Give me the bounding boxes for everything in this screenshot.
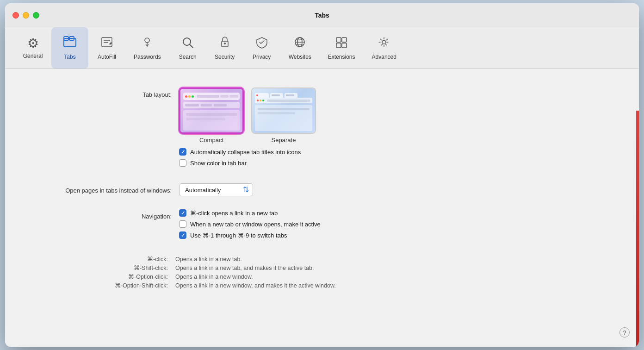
- toolbar-label-autofill: AutoFill: [98, 54, 116, 60]
- toolbar-item-general[interactable]: ⚙ General: [14, 27, 51, 69]
- shortcut-desc-0: Opens a link in a new tab.: [175, 256, 242, 262]
- dropdown-value: Automatically: [185, 187, 221, 194]
- svg-point-23: [382, 40, 386, 44]
- navigation-label: Navigation:: [33, 209, 172, 220]
- compact-tab-items: [183, 102, 240, 108]
- cmd-numbers-label: Use ⌘-1 through ⌘-9 to switch tabs: [190, 232, 287, 239]
- dropdown-arrow-icon: ⇅: [243, 186, 249, 194]
- shortcut-desc-3: Opens a link in a new window, and makes …: [175, 282, 336, 289]
- svg-point-6: [145, 38, 149, 43]
- open-pages-row: Open pages in tabs instead of windows: A…: [33, 183, 611, 196]
- minimize-button[interactable]: [23, 12, 29, 19]
- show-color-label: Show color in tab bar: [190, 160, 247, 167]
- dot-red: [185, 95, 187, 98]
- help-button[interactable]: ?: [619, 327, 630, 338]
- navigation-content: ⌘-click opens a link in a new tab When a…: [179, 209, 611, 243]
- cmd-click-label: ⌘-click opens a link in a new tab: [190, 210, 278, 217]
- autofill-icon: [100, 36, 114, 51]
- svg-rect-22: [342, 43, 347, 48]
- toolbar-item-autofill[interactable]: AutoFill: [88, 27, 125, 69]
- compact-thumb-bg: [180, 89, 242, 132]
- separate-option[interactable]: Separate: [251, 88, 316, 144]
- tabs-icon: [63, 36, 77, 51]
- tab-layout-content: Compact: [179, 88, 611, 170]
- cmd-numbers-checkbox[interactable]: [179, 231, 186, 239]
- toolbar-item-websites[interactable]: Websites: [280, 27, 320, 69]
- toolbar-label-websites: Websites: [289, 54, 311, 60]
- toolbar-item-advanced[interactable]: Advanced: [364, 27, 405, 69]
- svg-point-13: [224, 43, 226, 44]
- compact-label: Compact: [199, 137, 223, 144]
- new-tab-active-label: When a new tab or window opens, make it …: [190, 221, 321, 228]
- close-button[interactable]: [12, 12, 19, 19]
- svg-line-11: [190, 44, 193, 48]
- privacy-icon: [255, 36, 269, 51]
- open-pages-content: Automatically ⇅: [179, 183, 611, 196]
- toolbar-item-extensions[interactable]: Extensions: [320, 27, 364, 69]
- titlebar: Tabs: [5, 3, 639, 27]
- search-icon: [181, 36, 195, 51]
- compact-option[interactable]: Compact: [179, 88, 244, 144]
- new-tab-active-checkbox[interactable]: [179, 220, 186, 228]
- maximize-button[interactable]: [33, 12, 39, 19]
- tab-layout-label: Tab layout:: [33, 88, 172, 98]
- compact-content-area: [183, 110, 240, 131]
- svg-rect-19: [336, 38, 341, 42]
- advanced-icon: [377, 36, 391, 51]
- window-title: Tabs: [315, 12, 329, 19]
- separate-toolbar: [255, 98, 312, 103]
- dot-green: [192, 95, 194, 98]
- new-tab-active-row: When a new tab or window opens, make it …: [179, 220, 611, 228]
- open-pages-label: Open pages in tabs instead of windows:: [33, 183, 172, 194]
- toolbar-item-security[interactable]: Security: [206, 27, 243, 69]
- preferences-content: Tab layout:: [5, 69, 639, 347]
- toolbar-item-passwords[interactable]: Passwords: [125, 27, 169, 69]
- svg-rect-20: [342, 38, 347, 42]
- auto-collapse-row: Automatically collapse tab titles into i…: [179, 148, 611, 156]
- shortcuts-section: ⌘-click: Opens a link in a new tab. ⌘-Sh…: [33, 256, 611, 289]
- auto-collapse-checkbox[interactable]: [179, 148, 186, 156]
- toolbar-label-security: Security: [215, 54, 235, 60]
- shortcut-desc-1: Opens a link in a new tab, and makes it …: [175, 265, 314, 271]
- tab-thumbnails: Compact: [179, 88, 611, 144]
- toolbar-item-tabs[interactable]: Tabs: [51, 27, 88, 69]
- toolbar-label-extensions: Extensions: [328, 54, 355, 60]
- svg-rect-21: [336, 43, 341, 48]
- shortcut-key-3: ⌘-Option-Shift-click:: [33, 282, 172, 289]
- shortcut-key-1: ⌘-Shift-click:: [33, 264, 172, 271]
- show-color-checkbox[interactable]: [179, 159, 186, 167]
- tab-layout-row: Tab layout:: [33, 88, 611, 170]
- navigation-row: Navigation: ⌘-click opens a link in a ne…: [33, 209, 611, 243]
- sidebar-strip: [636, 111, 639, 347]
- toolbar-label-general: General: [23, 53, 43, 59]
- shortcut-key-2: ⌘-Option-click:: [33, 273, 172, 280]
- separate-thumb[interactable]: [251, 88, 316, 134]
- dot-yellow: [188, 95, 191, 98]
- shortcut-row-2: ⌘-Option-click: Opens a link in a new wi…: [33, 273, 611, 280]
- dropdown-wrapper: Automatically ⇅: [179, 183, 611, 196]
- shortcut-key-0: ⌘-click:: [33, 256, 172, 262]
- separate-label: Separate: [272, 137, 296, 144]
- toolbar-item-privacy[interactable]: Privacy: [243, 27, 280, 69]
- toolbar-label-passwords: Passwords: [134, 54, 161, 60]
- toolbar-item-search[interactable]: Search: [169, 27, 206, 69]
- shortcut-desc-2: Opens a link in a new window.: [175, 274, 253, 280]
- cmd-click-checkbox[interactable]: [179, 209, 186, 217]
- show-color-row: Show color in tab bar: [179, 159, 611, 167]
- toolbar-label-search: Search: [179, 54, 197, 60]
- shortcut-row-1: ⌘-Shift-click: Opens a link in a new tab…: [33, 264, 611, 271]
- auto-collapse-label: Automatically collapse tab titles into i…: [190, 149, 301, 156]
- shortcut-row-3: ⌘-Option-Shift-click: Opens a link in a …: [33, 282, 611, 289]
- cmd-click-row: ⌘-click opens a link in a new tab: [179, 209, 611, 217]
- shortcut-row-0: ⌘-click: Opens a link in a new tab.: [33, 256, 611, 262]
- cmd-numbers-row: Use ⌘-1 through ⌘-9 to switch tabs: [179, 231, 611, 239]
- open-pages-dropdown[interactable]: Automatically ⇅: [179, 183, 253, 196]
- toolbar-label-tabs: Tabs: [64, 54, 75, 60]
- compact-thumb[interactable]: [179, 88, 244, 134]
- passwords-icon: [140, 36, 154, 51]
- general-icon: ⚙: [27, 37, 39, 50]
- compact-tab-bar: [183, 93, 240, 100]
- extensions-icon: [334, 36, 348, 51]
- toolbar-label-privacy: Privacy: [253, 54, 271, 60]
- separate-content-area: [255, 105, 312, 131]
